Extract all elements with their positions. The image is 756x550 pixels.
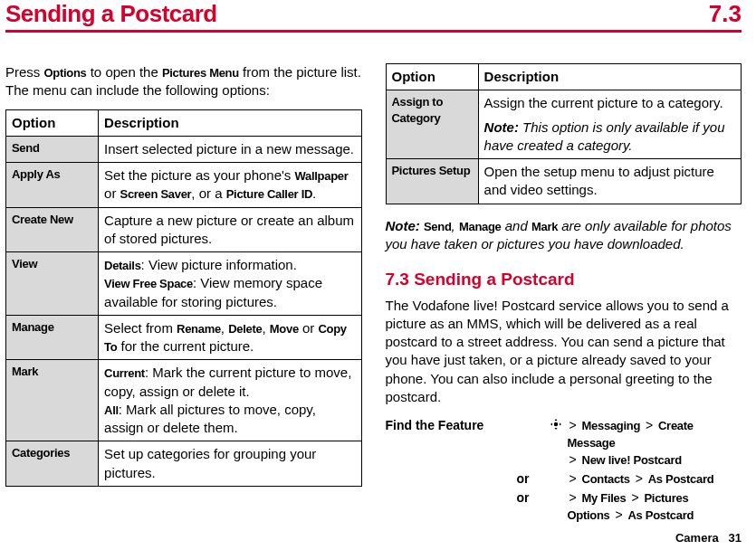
table-row: Create New Capture a new picture or crea… bbox=[6, 207, 362, 252]
footer-page: 31 bbox=[729, 531, 742, 545]
table-row: View Details: View picture information. … bbox=[6, 252, 362, 316]
option-name: View bbox=[6, 252, 99, 316]
table-row: Pictures Setup Open the setup menu to ad… bbox=[386, 159, 742, 204]
option-name: Mark bbox=[6, 360, 99, 441]
options-table-left: Option Description Send Insert selected … bbox=[5, 109, 362, 487]
th-option: Option bbox=[386, 64, 478, 90]
option-desc: Set the picture as your phone's Wallpape… bbox=[99, 163, 361, 208]
page-title: Sending a Postcard bbox=[5, 0, 217, 28]
th-description: Description bbox=[99, 109, 361, 136]
table-row: Mark Current: Mark the current picture t… bbox=[6, 360, 362, 441]
find-path: > Contacts > As Postcard bbox=[568, 470, 742, 488]
table-header-row: Option Description bbox=[386, 64, 742, 90]
options-table-right: Option Description Assign to Category As… bbox=[386, 63, 742, 204]
find-row: > Messaging > Create Message > New live!… bbox=[517, 417, 742, 469]
left-column: Press Options to open the Pictures Menu … bbox=[5, 63, 362, 525]
option-desc: Insert selected picture in a new message… bbox=[99, 136, 361, 162]
option-name: Manage bbox=[6, 315, 99, 360]
table-header-row: Option Description bbox=[6, 109, 362, 136]
svg-point-0 bbox=[553, 422, 557, 426]
page-footer: Camera 31 bbox=[675, 531, 742, 545]
footer-section: Camera bbox=[675, 531, 719, 545]
option-name: Assign to Category bbox=[386, 90, 478, 159]
option-desc: Select from Rename, Delete, Move or Copy… bbox=[99, 315, 361, 360]
option-desc: Capture a new picture or create an album… bbox=[99, 207, 361, 252]
option-name: Send bbox=[6, 136, 99, 162]
page-header: Sending a Postcard 7.3 bbox=[0, 0, 756, 38]
table-row: Assign to Category Assign the current pi… bbox=[386, 90, 742, 159]
option-name: Apply As bbox=[6, 163, 99, 208]
intro-text: Press Options to open the Pictures Menu … bbox=[5, 63, 362, 100]
find-feature-label: Find the Feature bbox=[386, 417, 517, 525]
content-columns: Press Options to open the Pictures Menu … bbox=[0, 38, 756, 525]
find-path: > My Files > Pictures Options > As Postc… bbox=[568, 489, 742, 524]
option-desc: Details: View picture information. View … bbox=[99, 252, 361, 316]
find-feature-block: Find the Feature > Messaging > Create Me… bbox=[386, 417, 742, 525]
subsection-body: The Vodafone live! Postcard service allo… bbox=[386, 297, 742, 407]
table-row: Manage Select from Rename, Delete, Move … bbox=[6, 315, 362, 360]
option-name: Pictures Setup bbox=[386, 159, 478, 204]
option-name: Create New bbox=[6, 207, 99, 252]
nav-key-icon bbox=[544, 417, 568, 434]
header-rule bbox=[5, 30, 742, 33]
right-column: Option Description Assign to Category As… bbox=[386, 63, 742, 525]
find-row: or > My Files > Pictures Options > As Po… bbox=[517, 489, 742, 524]
find-path: > Messaging > Create Message > New live!… bbox=[568, 417, 742, 469]
option-desc: Current: Mark the current picture to mov… bbox=[99, 360, 361, 441]
subsection-title: 7.3 Sending a Postcard bbox=[386, 268, 742, 291]
option-desc: Open the setup menu to adjust picture an… bbox=[478, 159, 741, 204]
table-row: Send Insert selected picture in a new me… bbox=[6, 136, 362, 162]
option-desc: Set up categories for grouping your pict… bbox=[99, 441, 361, 487]
option-desc: Assign the current picture to a category… bbox=[478, 90, 741, 159]
table-row: Apply As Set the picture as your phone's… bbox=[6, 163, 362, 208]
th-description: Description bbox=[478, 64, 741, 90]
note-line: Note: Send, Manage and Mark are only ava… bbox=[386, 217, 742, 254]
table-row: Categories Set up categories for groupin… bbox=[6, 441, 362, 487]
th-option: Option bbox=[6, 109, 99, 136]
find-row: or > Contacts > As Postcard bbox=[517, 470, 742, 488]
section-number: 7.3 bbox=[709, 0, 742, 28]
option-name: Categories bbox=[6, 441, 99, 487]
page: Sending a Postcard 7.3 Press Options to … bbox=[0, 0, 756, 550]
